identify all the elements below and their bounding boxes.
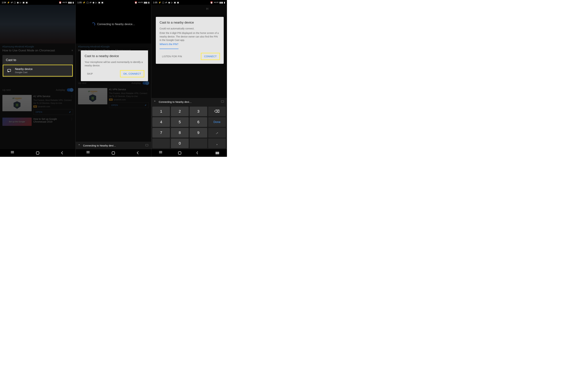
key-7[interactable]: 7 (152, 128, 170, 138)
charging-icon: ⚡ (83, 1, 85, 4)
home-button[interactable] (36, 152, 39, 154)
layout-icon: ▣ (23, 1, 25, 4)
clock: 1:05 (153, 1, 157, 4)
battery-icon: ▮ (148, 1, 149, 4)
ad-card[interactable]: IPVANISH VPN #1 VPN Service⋮ The Fastest… (0, 94, 75, 116)
key-backspace[interactable]: ⌫ (208, 107, 226, 116)
ad-badge: Ad (109, 98, 113, 101)
more-icon[interactable]: ⋮ (69, 95, 73, 98)
key-0[interactable]: 0 (171, 139, 188, 148)
cast-device-subtitle: Google Cast (15, 71, 32, 74)
navigation-bar (0, 149, 75, 157)
pin-dialog: Cast to a nearby device Could not automa… (156, 17, 224, 64)
numeric-keypad: 1 2 3 ⌫ 4 5 6 Done 7 8 9 .- 0 , (151, 106, 227, 149)
layout-icon: ▣ (177, 1, 179, 4)
recents-button[interactable] (86, 151, 90, 155)
key-comma[interactable]: , (208, 139, 226, 148)
navigation-bar: ⌄ (151, 149, 227, 157)
dialog-instructions: Enter the 4-digit PIN displayed on the h… (160, 31, 220, 42)
play-store-icon: ▷ (95, 1, 97, 4)
key-done[interactable]: Done (208, 117, 226, 127)
chevron-up-icon: ⌃ (78, 144, 80, 147)
key-dot-dash[interactable]: .- (208, 128, 226, 138)
key-9[interactable]: 9 (190, 128, 207, 138)
autoplay-label: Autoplay (132, 82, 141, 84)
video-player-connecting: Connecting to Nearby device… (76, 5, 151, 43)
alarm-icon: ⏰ (59, 1, 62, 4)
recents-button[interactable] (11, 151, 14, 155)
video-title: How to Use Guest Mode on Chromecast (2, 49, 55, 52)
back-button[interactable]: ⌄ (197, 151, 200, 155)
upnext-label: Up next (2, 88, 11, 91)
ad-card[interactable]: IPVANISH VPN #1 VPN Service⋮ The Fastest… (76, 87, 151, 109)
key-8[interactable]: 8 (171, 128, 188, 138)
chevron-up-icon: ⌃ (154, 100, 156, 103)
connect-button[interactable]: CONNECT (201, 53, 220, 60)
key-empty (152, 139, 170, 148)
video-hashtags[interactable]: #Samsung #Android #Google (76, 43, 151, 49)
cast-nearby-dialog: Cast to a nearby device Your microphone … (81, 50, 148, 81)
update-icon: ◉ (93, 1, 94, 4)
recents-button[interactable] (159, 151, 163, 155)
svg-rect-2 (221, 101, 224, 102)
network-icon: 4GLTE (62, 1, 67, 3)
connecting-bar-text: Connecting to Nearby devi… (83, 144, 142, 147)
signal-icon: ▮▮▮ (144, 1, 147, 4)
dialog-error: Could not automatically connect. (160, 27, 220, 30)
key-5[interactable]: 5 (171, 117, 188, 127)
video-player (0, 5, 75, 43)
cast-device-name: Nearby device (15, 68, 32, 71)
layout-icon: ▣ (174, 1, 176, 4)
ad-open-button[interactable]: OPEN⬈ (33, 109, 73, 115)
key-1[interactable]: 1 (152, 107, 170, 116)
more-icon[interactable]: ⋮ (145, 88, 149, 91)
key-4[interactable]: 4 (152, 117, 170, 127)
cast-device-item[interactable]: Nearby device Google Cast (3, 65, 73, 77)
image-icon: ▢ (162, 1, 164, 4)
key-empty (190, 139, 207, 148)
autoplay-toggle[interactable] (142, 82, 149, 84)
back-button[interactable] (61, 151, 65, 155)
ad-description: The Fastest, Most Reliable VPN. Connect … (33, 99, 73, 105)
keyboard-switch-button[interactable] (216, 152, 219, 154)
home-button[interactable] (178, 152, 181, 154)
pin-input-underline[interactable] (160, 49, 179, 49)
key-6[interactable]: 6 (190, 117, 207, 127)
ad-badge: Ad (33, 105, 37, 108)
cast-bottom-sheet: Cast to Nearby device Google Cast (2, 55, 73, 77)
battery-icon: ▮ (224, 1, 225, 4)
skip-button[interactable]: SKIP (85, 71, 95, 77)
listen-for-pin-button[interactable]: LISTEN FOR PIN (160, 53, 184, 59)
autoplay-toggle[interactable] (67, 88, 73, 91)
navigation-bar (76, 149, 151, 157)
back-button[interactable] (137, 151, 140, 155)
key-2[interactable]: 2 (171, 107, 188, 116)
image-icon: ▢ (14, 1, 16, 4)
external-link-icon: ⬈ (69, 111, 71, 113)
svg-rect-1 (146, 144, 148, 146)
ad-url: ipvanish.com (38, 105, 50, 108)
video-title-row[interactable]: How to Use Guest Mode on Chromecast ▾ (0, 49, 75, 54)
play-store-icon: ▷ (20, 1, 22, 4)
video-hashtags[interactable]: #Samsung #Android #Google (0, 43, 75, 49)
connecting-bar[interactable]: ⌃ Connecting to Nearby devi… (76, 142, 151, 149)
home-button[interactable] (112, 152, 115, 154)
external-link-icon: ⬈ (145, 104, 147, 106)
ad-url: ipvanish.com (114, 98, 126, 101)
next-video-item[interactable]: Set up the Google How to Set up Google C… (0, 116, 75, 127)
phone-screenshot-3: 1:05 ⚡ ▢ ⇄ ◉ ▷ ▣ ▣ ⏰ 4GLTE ▮▮▮ ▮ How to … (151, 0, 227, 157)
connecting-text: Connecting to Nearby device… (97, 23, 135, 26)
dialog-title: Cast to a nearby device (160, 21, 220, 24)
charging-icon: ⚡ (158, 1, 161, 4)
layout-icon: ▣ (101, 1, 103, 4)
network-icon: 4GLTE (138, 1, 143, 3)
play-store-icon: ▷ (171, 1, 173, 4)
ad-open-button[interactable]: OPEN⬈ (109, 102, 149, 108)
more-icon[interactable]: ⋮ (69, 118, 73, 121)
wheres-pin-link[interactable]: Where's the PIN? (160, 43, 220, 46)
signal-icon: ▮▮▮ (68, 1, 72, 4)
key-3[interactable]: 3 (190, 107, 207, 116)
connecting-bar[interactable]: ⌃ Connecting to Nearby devi… (151, 98, 227, 106)
ok-connect-button[interactable]: OK, CONNECT (120, 70, 144, 77)
layout-icon: ▣ (26, 1, 28, 4)
